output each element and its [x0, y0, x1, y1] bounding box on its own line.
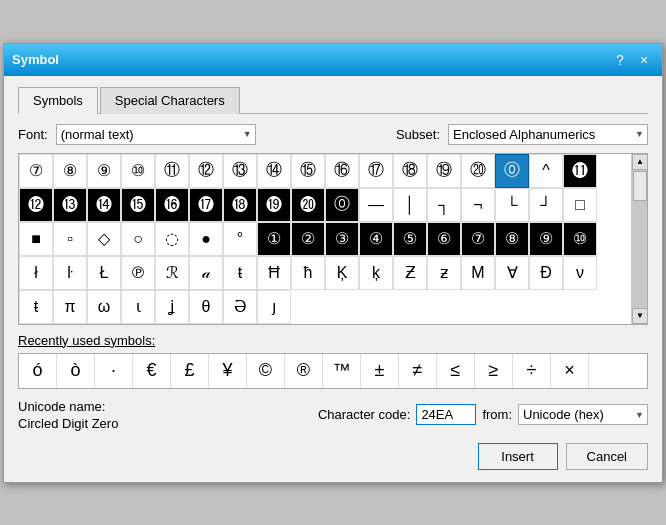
- symbol-cell[interactable]: ⓭: [53, 188, 87, 222]
- symbol-cell[interactable]: ν: [563, 256, 597, 290]
- symbol-cell[interactable]: Ð: [529, 256, 563, 290]
- symbol-cell[interactable]: ②: [291, 222, 325, 256]
- symbol-cell[interactable]: ⑬: [223, 154, 257, 188]
- font-select[interactable]: (normal text): [56, 124, 256, 145]
- scroll-track[interactable]: [632, 170, 647, 308]
- symbol-cell[interactable]: ■: [19, 222, 53, 256]
- recent-symbol-cell[interactable]: ≠: [399, 354, 437, 388]
- symbol-cell[interactable]: ⑨: [87, 154, 121, 188]
- recent-symbol-cell[interactable]: ·: [95, 354, 133, 388]
- scroll-thumb[interactable]: [633, 171, 647, 201]
- symbol-scrollbar[interactable]: ▲ ▼: [631, 154, 647, 324]
- symbol-cell[interactable]: ŧ: [223, 256, 257, 290]
- symbol-cell[interactable]: ⑰: [359, 154, 393, 188]
- symbol-cell[interactable]: ○: [121, 222, 155, 256]
- tab-special-characters[interactable]: Special Characters: [100, 87, 240, 114]
- symbol-cell[interactable]: ⓪: [495, 154, 529, 188]
- symbol-cell[interactable]: ┘: [529, 188, 563, 222]
- insert-button[interactable]: Insert: [478, 443, 558, 470]
- symbol-cell[interactable]: ƶ: [427, 256, 461, 290]
- symbol-cell[interactable]: ω: [87, 290, 121, 324]
- recent-symbol-cell[interactable]: €: [133, 354, 171, 388]
- symbol-cell[interactable]: ⑯: [325, 154, 359, 188]
- subset-select[interactable]: Enclosed Alphanumerics: [448, 124, 648, 145]
- symbol-cell[interactable]: ⑱: [393, 154, 427, 188]
- symbol-cell[interactable]: ⑦: [19, 154, 53, 188]
- symbol-cell[interactable]: ℗: [121, 256, 155, 290]
- symbol-cell[interactable]: ⑮: [291, 154, 325, 188]
- symbol-cell[interactable]: ⓲: [223, 188, 257, 222]
- symbol-cell[interactable]: ɩ: [121, 290, 155, 324]
- symbol-cell[interactable]: —: [359, 188, 393, 222]
- symbol-cell[interactable]: ⓱: [189, 188, 223, 222]
- symbol-cell[interactable]: ⑦: [461, 222, 495, 256]
- recent-symbol-cell[interactable]: ≤: [437, 354, 475, 388]
- char-code-input[interactable]: [416, 404, 476, 425]
- symbol-cell[interactable]: ◌: [155, 222, 189, 256]
- symbol-cell[interactable]: ⓰: [155, 188, 189, 222]
- symbol-cell[interactable]: ʝ: [155, 290, 189, 324]
- symbol-cell[interactable]: ③: [325, 222, 359, 256]
- symbol-cell[interactable]: °: [223, 222, 257, 256]
- symbol-cell[interactable]: ◇: [87, 222, 121, 256]
- symbol-cell[interactable]: ķ: [359, 256, 393, 290]
- symbol-cell[interactable]: ȷ: [257, 290, 291, 324]
- symbol-cell[interactable]: Ƶ: [393, 256, 427, 290]
- symbol-cell[interactable]: ⓮: [87, 188, 121, 222]
- symbol-cell[interactable]: ŧ: [19, 290, 53, 324]
- symbol-cell[interactable]: ∀: [495, 256, 529, 290]
- symbol-cell[interactable]: Ħ: [257, 256, 291, 290]
- symbol-cell[interactable]: ⓫: [563, 154, 597, 188]
- symbol-cell[interactable]: ŀ: [53, 256, 87, 290]
- symbol-cell[interactable]: θ: [189, 290, 223, 324]
- tab-symbols[interactable]: Symbols: [18, 87, 98, 114]
- symbol-cell[interactable]: ▫: [53, 222, 87, 256]
- symbol-cell[interactable]: └: [495, 188, 529, 222]
- symbol-cell[interactable]: ⑧: [495, 222, 529, 256]
- symbol-cell[interactable]: ⑥: [427, 222, 461, 256]
- symbol-cell[interactable]: Ə: [223, 290, 257, 324]
- symbol-cell[interactable]: 𝒶: [189, 256, 223, 290]
- recent-symbol-cell[interactable]: ®: [285, 354, 323, 388]
- symbol-cell[interactable]: ⑫: [189, 154, 223, 188]
- recent-symbol-cell[interactable]: ≥: [475, 354, 513, 388]
- symbol-cell[interactable]: ⑲: [427, 154, 461, 188]
- recent-symbol-cell[interactable]: ©: [247, 354, 285, 388]
- from-select[interactable]: Unicode (hex)ASCII (decimal)ASCII (hex): [518, 404, 648, 425]
- symbol-cell[interactable]: Ķ: [325, 256, 359, 290]
- symbol-cell[interactable]: ⑳: [461, 154, 495, 188]
- recent-symbol-cell[interactable]: ™: [323, 354, 361, 388]
- symbol-cell[interactable]: ⓳: [257, 188, 291, 222]
- symbol-cell[interactable]: □: [563, 188, 597, 222]
- symbol-cell[interactable]: ł: [19, 256, 53, 290]
- symbol-cell[interactable]: π: [53, 290, 87, 324]
- symbol-cell[interactable]: ●: [189, 222, 223, 256]
- close-button[interactable]: ×: [634, 50, 654, 70]
- symbol-cell[interactable]: ⓴: [291, 188, 325, 222]
- symbol-cell[interactable]: ħ: [291, 256, 325, 290]
- recent-symbol-cell[interactable]: ò: [57, 354, 95, 388]
- symbol-cell[interactable]: ℛ: [155, 256, 189, 290]
- symbol-cell[interactable]: ⑩: [121, 154, 155, 188]
- scroll-up-button[interactable]: ▲: [632, 154, 648, 170]
- symbol-cell[interactable]: │: [393, 188, 427, 222]
- symbol-cell[interactable]: ⓪: [325, 188, 359, 222]
- recent-symbol-cell[interactable]: ±: [361, 354, 399, 388]
- symbol-cell[interactable]: ^: [529, 154, 563, 188]
- symbol-cell[interactable]: Μ: [461, 256, 495, 290]
- symbol-cell[interactable]: ⓯: [121, 188, 155, 222]
- recent-symbol-cell[interactable]: ×: [551, 354, 589, 388]
- help-button[interactable]: ?: [610, 50, 630, 70]
- symbol-cell[interactable]: ¬: [461, 188, 495, 222]
- scroll-down-button[interactable]: ▼: [632, 308, 648, 324]
- recent-symbol-cell[interactable]: ÷: [513, 354, 551, 388]
- symbol-cell[interactable]: ④: [359, 222, 393, 256]
- symbol-cell[interactable]: ⑩: [563, 222, 597, 256]
- symbol-cell[interactable]: ①: [257, 222, 291, 256]
- recent-symbol-cell[interactable]: ¥: [209, 354, 247, 388]
- symbol-cell[interactable]: Ł: [87, 256, 121, 290]
- symbol-cell[interactable]: ⑧: [53, 154, 87, 188]
- recent-symbol-cell[interactable]: £: [171, 354, 209, 388]
- symbol-cell[interactable]: ⑭: [257, 154, 291, 188]
- cancel-button[interactable]: Cancel: [566, 443, 648, 470]
